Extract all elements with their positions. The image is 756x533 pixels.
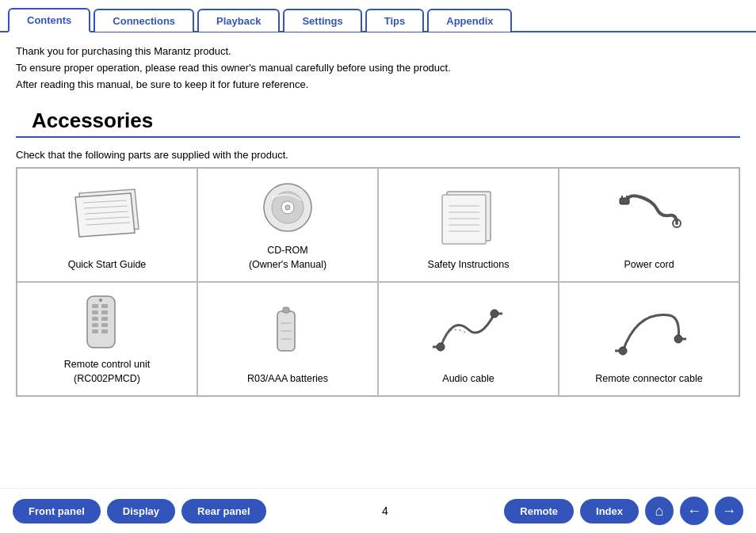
svg-rect-32 [92,329,98,333]
accessory-cd-rom: CD-ROM(Owner's Manual) [197,168,378,282]
svg-point-44 [619,347,627,355]
page-number: 4 [273,504,498,517]
svg-rect-31 [101,323,108,327]
tab-settings[interactable]: Settings [283,9,361,32]
accessory-audio-cable: Audio cable [378,282,559,396]
svg-point-10 [285,205,290,210]
intro-line3: After reading this manual, be sure to ke… [16,77,740,93]
power-cord-icon [566,178,732,252]
accessory-power-cord: Power cord [559,168,739,282]
accessory-remote-connector-cable: Remote connector cable [559,282,739,396]
svg-rect-25 [101,304,108,308]
svg-rect-23 [87,296,115,348]
accessories-grid: Quick Start Guide CD-ROM(Owner's Manual) [16,167,740,397]
svg-rect-33 [101,329,108,333]
safety-instructions-icon [385,178,552,252]
safety-instructions-label: Safety Instructions [428,258,510,272]
remote-control-label: Remote control unit(RC002PMCD) [64,358,150,386]
accessory-remote-control: Remote control unit(RC002PMCD) [17,282,197,396]
svg-rect-27 [101,310,108,314]
remote-connector-cable-icon [566,292,732,366]
svg-point-22 [675,222,678,225]
svg-rect-30 [92,323,98,327]
intro-line2: To ensure proper operation, please read … [16,60,740,77]
forward-button[interactable]: → [715,497,743,525]
batteries-icon [204,292,371,366]
display-button[interactable]: Display [107,499,175,523]
remote-button[interactable]: Remote [504,499,574,523]
svg-point-34 [99,299,102,302]
svg-rect-36 [283,307,289,313]
audio-cable-label: Audio cable [442,372,494,386]
intro-text: Thank you for purchasing this Marantz pr… [0,32,756,101]
svg-point-46 [674,335,682,343]
tab-appendix[interactable]: Appendix [427,9,512,32]
cd-rom-label: CD-ROM(Owner's Manual) [249,244,326,272]
svg-rect-18 [620,198,629,204]
cd-rom-icon [204,178,371,238]
index-button[interactable]: Index [580,499,639,523]
svg-rect-26 [92,310,98,314]
tab-tips[interactable]: Tips [365,9,425,32]
accessory-safety-instructions: Safety Instructions [378,168,559,282]
remote-control-icon [24,292,190,352]
home-icon: ⌂ [655,503,664,520]
accessory-quick-start-guide: Quick Start Guide [17,168,197,282]
top-navigation: Contents Connections Playback Settings T… [0,0,756,32]
rear-panel-button[interactable]: Rear panel [181,499,265,523]
svg-rect-28 [92,317,98,321]
front-panel-button[interactable]: Front panel [13,499,101,523]
quick-start-guide-icon [24,178,190,252]
back-arrow-icon: ← [687,503,701,520]
svg-point-42 [491,310,498,318]
accessory-batteries: R03/AAA batteries [197,282,378,396]
svg-rect-12 [442,195,486,244]
svg-point-40 [437,343,445,351]
batteries-label: R03/AAA batteries [247,372,328,386]
svg-rect-29 [101,317,108,321]
svg-marker-1 [75,193,135,237]
svg-rect-24 [92,304,98,308]
audio-cable-icon [385,292,552,366]
section-description: Check that the following parts are suppl… [0,144,756,167]
home-button[interactable]: ⌂ [645,497,674,525]
power-cord-label: Power cord [624,258,674,272]
intro-line1: Thank you for purchasing this Marantz pr… [16,44,740,60]
tab-connections[interactable]: Connections [94,9,194,32]
back-button[interactable]: ← [680,497,708,525]
forward-arrow-icon: → [722,503,736,520]
remote-connector-cable-label: Remote connector cable [595,372,703,386]
tab-playback[interactable]: Playback [197,9,280,32]
section-title: Accessories [16,101,740,138]
tab-contents[interactable]: Contents [8,8,90,32]
quick-start-guide-label: Quick Start Guide [68,258,147,272]
bottom-navigation: Front panel Display Rear panel 4 Remote … [0,488,756,533]
